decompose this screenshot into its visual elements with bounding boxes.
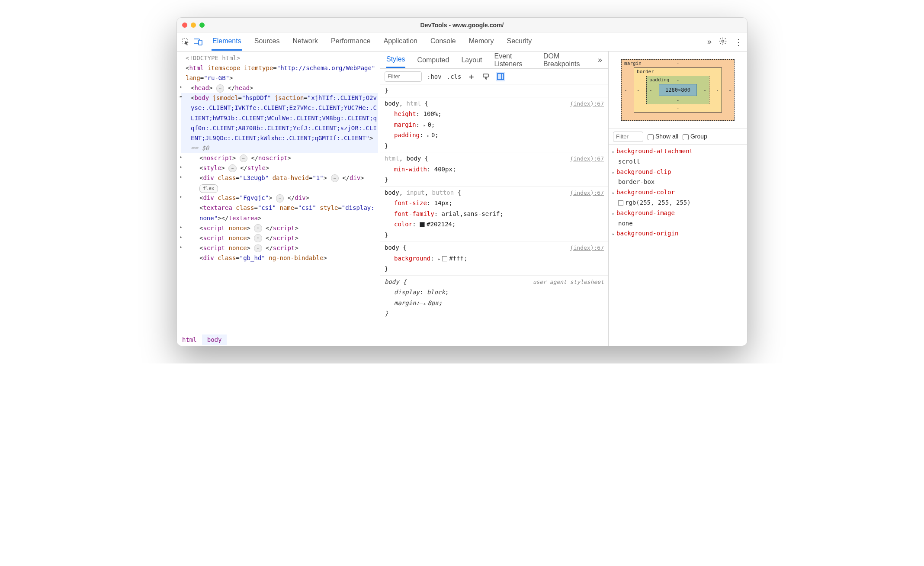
sidebar-tabs: StylesComputedLayoutEvent ListenersDOM B… bbox=[380, 51, 608, 69]
styles-toolbar: :hov .cls + bbox=[380, 69, 608, 84]
tab-security[interactable]: Security bbox=[506, 33, 533, 51]
tab-sources[interactable]: Sources bbox=[253, 33, 281, 51]
svg-point-3 bbox=[722, 40, 724, 42]
computed-list[interactable]: background-attachmentscrollbackground-cl… bbox=[609, 145, 747, 346]
computed-pane: margin - - - - border - - - - padding bbox=[609, 51, 747, 346]
subtab-styles[interactable]: Styles bbox=[386, 52, 405, 68]
new-rule-icon[interactable]: + bbox=[466, 72, 476, 81]
breadcrumb-body[interactable]: body bbox=[202, 334, 227, 345]
main-content: <!DOCTYPE html><html itemscope itemtype=… bbox=[177, 51, 747, 346]
window-title: DevTools - www.google.com/ bbox=[177, 22, 747, 29]
more-subtabs-icon[interactable]: » bbox=[598, 55, 602, 64]
svg-rect-5 bbox=[497, 74, 504, 80]
tab-performance[interactable]: Performance bbox=[330, 33, 372, 51]
computed-item[interactable]: background-imagenone bbox=[612, 208, 744, 229]
panel-tabs: ElementsSourcesNetworkPerformanceApplica… bbox=[212, 33, 705, 51]
elements-pane: <!DOCTYPE html><html itemscope itemtype=… bbox=[177, 51, 380, 346]
main-toolbar: ElementsSourcesNetworkPerformanceApplica… bbox=[177, 32, 747, 51]
box-model-padding-label: padding bbox=[649, 77, 669, 83]
svg-rect-4 bbox=[483, 74, 488, 77]
show-all-checkbox[interactable]: Show all bbox=[648, 133, 678, 140]
subtab-event-listeners[interactable]: Event Listeners bbox=[494, 51, 531, 71]
computed-filter-input[interactable] bbox=[613, 132, 643, 142]
subtab-dom-breakpoints[interactable]: DOM Breakpoints bbox=[543, 51, 586, 71]
tab-console[interactable]: Console bbox=[430, 33, 457, 51]
breadcrumbs[interactable]: htmlbody bbox=[177, 333, 380, 346]
computed-toolbar: Show all Group bbox=[609, 129, 747, 145]
hov-button[interactable]: :hov bbox=[427, 73, 442, 80]
devtools-window: DevTools - www.google.com/ ElementsSourc… bbox=[176, 17, 748, 346]
subtab-layout[interactable]: Layout bbox=[461, 53, 482, 68]
styles-pane: StylesComputedLayoutEvent ListenersDOM B… bbox=[380, 51, 609, 346]
cls-button[interactable]: .cls bbox=[447, 73, 462, 80]
paintbrush-icon[interactable] bbox=[481, 72, 491, 81]
style-rules[interactable]: }(index):67body, html {height: 100%;marg… bbox=[380, 84, 608, 346]
titlebar: DevTools - www.google.com/ bbox=[177, 18, 747, 32]
tab-elements[interactable]: Elements bbox=[212, 33, 242, 51]
group-checkbox[interactable]: Group bbox=[683, 133, 707, 140]
svg-rect-2 bbox=[199, 40, 202, 45]
tab-network[interactable]: Network bbox=[292, 33, 319, 51]
inspect-icon[interactable] bbox=[181, 37, 191, 47]
computed-item[interactable]: background-origin bbox=[612, 228, 744, 239]
box-model-border-label: border bbox=[637, 69, 654, 74]
box-model[interactable]: margin - - - - border - - - - padding bbox=[609, 51, 747, 129]
computed-item[interactable]: background-attachmentscroll bbox=[612, 146, 744, 167]
settings-icon[interactable] bbox=[719, 37, 727, 47]
tab-application[interactable]: Application bbox=[383, 33, 418, 51]
subtab-computed[interactable]: Computed bbox=[417, 53, 449, 68]
tab-memory[interactable]: Memory bbox=[468, 33, 495, 51]
computed-item[interactable]: background-colorrgb(255, 255, 255) bbox=[612, 187, 744, 208]
styles-filter-input[interactable] bbox=[385, 71, 422, 82]
box-model-margin-label: margin bbox=[624, 61, 642, 66]
breadcrumb-html[interactable]: html bbox=[177, 334, 202, 345]
device-mode-icon[interactable] bbox=[193, 37, 203, 47]
computed-toggle-icon[interactable] bbox=[496, 72, 505, 81]
more-tabs-icon[interactable]: » bbox=[707, 37, 712, 46]
computed-item[interactable]: background-clipborder-box bbox=[612, 167, 744, 188]
dom-tree[interactable]: <!DOCTYPE html><html itemscope itemtype=… bbox=[177, 51, 380, 265]
box-model-content: 1280×800 bbox=[659, 84, 697, 96]
